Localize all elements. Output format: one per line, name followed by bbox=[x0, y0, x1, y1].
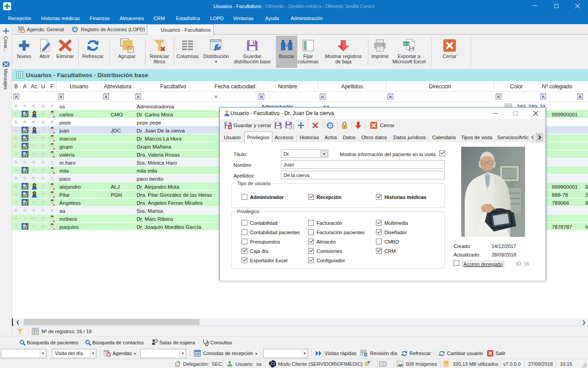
svg-text:A: A bbox=[389, 94, 392, 99]
svg-text:A: A bbox=[137, 94, 140, 99]
svg-text:A: A bbox=[260, 94, 263, 99]
svg-text:XLS: XLS bbox=[403, 42, 409, 45]
svg-text:A: A bbox=[542, 94, 545, 99]
svg-text:A: A bbox=[497, 94, 500, 99]
svg-text:A: A bbox=[104, 94, 108, 99]
svg-text:A: A bbox=[59, 94, 63, 99]
svg-text:A: A bbox=[579, 94, 582, 99]
svg-text:A: A bbox=[15, 94, 18, 99]
svg-text:A: A bbox=[321, 94, 324, 99]
